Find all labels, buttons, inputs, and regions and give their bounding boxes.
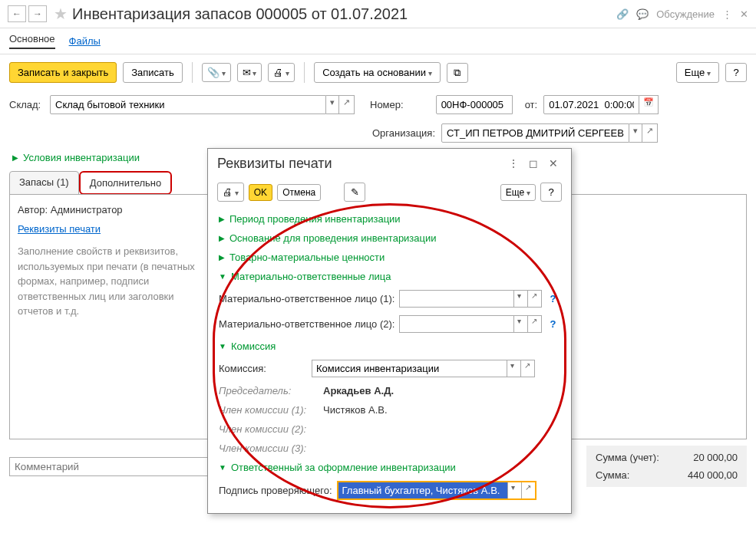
save-button[interactable]: Записать [123, 62, 183, 83]
favorite-star-icon[interactable]: ★ [54, 5, 68, 23]
field-resp2: Материально-ответственное лицо (2): ▾↗ ? [208, 311, 571, 337]
popup-more-button[interactable]: Еще [500, 184, 536, 201]
group-responsible[interactable]: ▼Ответственный за оформление инвентариза… [208, 458, 571, 477]
member1-label: Член комиссии (1): [219, 404, 319, 416]
tab-extra[interactable]: Дополнительно [79, 171, 173, 195]
warehouse-dropdown-icon[interactable]: ▾ [326, 95, 339, 114]
discuss-icon[interactable]: 💬 [636, 8, 649, 20]
resp1-label: Материально-ответственное лицо (1): [219, 293, 395, 304]
structure-button[interactable]: ⧉ [447, 63, 468, 83]
org-input[interactable] [441, 123, 629, 143]
sum-value: 440 000,00 [672, 469, 738, 481]
chairman-label: Председатель: [219, 385, 319, 396]
warehouse-open-icon[interactable]: ↗ [339, 95, 355, 114]
signer-input[interactable] [338, 482, 507, 498]
chevron-down-icon: ▼ [219, 342, 226, 350]
help-button[interactable]: ? [725, 63, 747, 82]
field-member1: Член комиссии (1): Чистяков А.В. [208, 400, 571, 419]
link-icon[interactable]: 🔗 [616, 8, 629, 20]
resp1-dropdown-icon[interactable]: ▾ [514, 290, 528, 308]
org-dropdown-icon[interactable]: ▾ [629, 123, 642, 143]
member3-label: Член комиссии (3): [219, 443, 319, 454]
resp1-open-icon[interactable]: ↗ [528, 290, 542, 308]
popup-wand-button[interactable]: ✎ [344, 183, 365, 202]
group-resp-persons[interactable]: ▼Материально-ответственные лица [208, 267, 571, 286]
sum-account-label: Сумма (учет): [596, 452, 672, 463]
group-tmc[interactable]: ▶Товарно-материальные ценности [208, 248, 571, 267]
member2-label: Член комиссии (2): [219, 423, 319, 435]
warehouse-label: Склад: [9, 99, 44, 110]
group-basis[interactable]: ▶Основание для проведения инвентаризации [208, 229, 571, 248]
org-label: Организация: [372, 127, 435, 139]
tab-files[interactable]: Файлы [69, 35, 101, 47]
popup-maximize-icon[interactable]: ◻ [525, 155, 542, 172]
tab-main[interactable]: Основное [9, 33, 55, 49]
chevron-right-icon: ▶ [12, 153, 18, 162]
create-based-button[interactable]: Создать на основании [314, 62, 441, 83]
chevron-down-icon: ▼ [219, 272, 226, 281]
group-commission[interactable]: ▼Комиссия [208, 337, 571, 356]
main-toolbar: Записать и закрыть Записать 📎 ✉ 🖨 Создат… [0, 54, 756, 90]
popup-kebab-icon[interactable]: ⋮ [505, 155, 522, 172]
form-row-warehouse: Склад: ▾ ↗ Номер: от: 📅 [0, 90, 756, 119]
calendar-icon[interactable]: 📅 [639, 95, 659, 114]
commission-open-icon[interactable]: ↗ [521, 360, 535, 377]
discuss-label[interactable]: Обсуждение [656, 8, 715, 20]
chevron-right-icon: ▶ [219, 234, 225, 242]
resp1-input[interactable] [399, 290, 514, 308]
chevron-right-icon: ▶ [219, 253, 225, 262]
print-requisites-popup: Реквизиты печати ⋮ ◻ ✕ 🖨 OK Отмена ✎ Еще… [207, 148, 572, 514]
popup-print-button[interactable]: 🖨 [217, 183, 244, 202]
popup-ok-button[interactable]: OK [249, 184, 272, 201]
popup-close-icon[interactable]: ✕ [545, 155, 562, 172]
resp2-input[interactable] [399, 315, 514, 333]
field-resp1: Материально-ответственное лицо (1): ▾↗ ? [208, 286, 571, 311]
chevron-down-icon: ▼ [219, 463, 226, 472]
print-button[interactable]: 🖨 [268, 63, 295, 82]
description-text: Заполнение свойств и реквизитов, использ… [15, 242, 206, 321]
page-title: Инвентаризация запасов 000005 от 01.07.2… [72, 5, 616, 23]
window-header: ← → ★ Инвентаризация запасов 000005 от 0… [0, 0, 756, 28]
group-period[interactable]: ▶Период проведения инвентаризации [208, 209, 571, 229]
number-input[interactable] [436, 95, 513, 114]
org-open-icon[interactable]: ↗ [642, 123, 658, 143]
mail-button[interactable]: ✉ [237, 63, 262, 82]
popup-help-button[interactable]: ? [540, 183, 562, 202]
tab-stocks[interactable]: Запасы (1) [9, 171, 79, 195]
warehouse-input[interactable] [50, 95, 326, 114]
signer-open-icon[interactable]: ↗ [521, 482, 535, 498]
attach-button[interactable]: 📎 [202, 63, 231, 82]
popup-cancel-button[interactable]: Отмена [277, 184, 321, 201]
resp2-open-icon[interactable]: ↗ [528, 315, 542, 333]
help-icon[interactable]: ? [550, 293, 556, 304]
kebab-menu-icon[interactable]: ⋮ [722, 8, 732, 20]
commission-dropdown-icon[interactable]: ▾ [507, 360, 521, 377]
chevron-right-icon: ▶ [219, 215, 225, 223]
more-button[interactable]: Еще [676, 62, 719, 83]
form-row-org: Организация: ▾ ↗ [0, 119, 756, 147]
date-label: от: [525, 99, 538, 110]
signer-label: Подпись проверяющего: [219, 485, 332, 496]
save-close-button[interactable]: Записать и закрыть [9, 62, 117, 83]
author-label: Автор: [18, 204, 48, 216]
field-chairman: Председатель: Аркадьев А.Д. [208, 381, 571, 400]
print-requisites-link[interactable]: Реквизиты печати [15, 222, 104, 242]
back-button[interactable]: ← [8, 5, 26, 22]
signer-dropdown-icon[interactable]: ▾ [507, 482, 521, 498]
popup-toolbar: 🖨 OK Отмена ✎ Еще ? [208, 178, 571, 206]
resp2-label: Материально-ответственное лицо (2): [219, 318, 395, 330]
sum-account-value: 20 000,00 [672, 452, 738, 463]
resp2-dropdown-icon[interactable]: ▾ [514, 315, 528, 333]
popup-title: Реквизиты печати [217, 156, 502, 172]
help-icon[interactable]: ? [550, 318, 556, 330]
field-signer: Подпись проверяющего: ▾↗ [208, 477, 571, 504]
sum-label: Сумма: [596, 469, 672, 481]
commission-input[interactable] [312, 360, 507, 377]
date-input[interactable] [543, 95, 639, 114]
field-member3: Член комиссии (3): [208, 439, 571, 458]
author-value: Администратор [51, 204, 123, 216]
member1-value: Чистяков А.В. [323, 404, 388, 416]
forward-button[interactable]: → [28, 5, 47, 22]
close-icon[interactable]: ✕ [740, 8, 748, 20]
number-label: Номер: [370, 99, 404, 110]
